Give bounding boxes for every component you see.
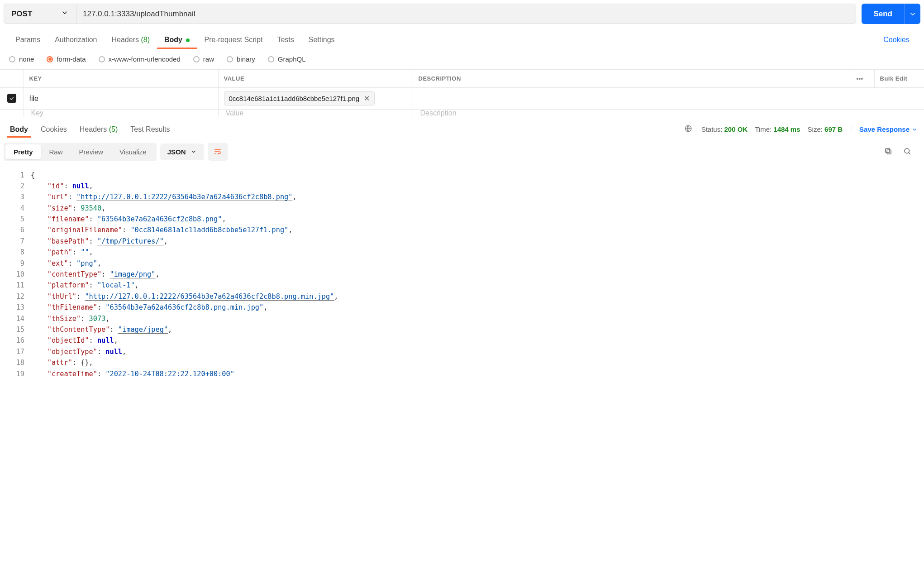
svg-rect-1 bbox=[887, 150, 891, 154]
row-value-input[interactable]: 0cc814e681a1c11add6b8cbbe5e127f1.png ✕ bbox=[218, 88, 413, 110]
radio-icon bbox=[227, 56, 233, 62]
col-value: VALUE bbox=[218, 70, 413, 88]
resp-tab-headers[interactable]: Headers (5) bbox=[73, 122, 124, 137]
more-icon: ••• bbox=[857, 75, 863, 82]
resp-tab-body[interactable]: Body bbox=[4, 122, 34, 137]
view-preview[interactable]: Preview bbox=[71, 144, 111, 159]
gutter: 12345678910111213141516171819 bbox=[0, 167, 31, 382]
tab-body[interactable]: Body bbox=[157, 31, 197, 48]
response-meta: Status: 200 OK Time: 1484 ms Size: 697 B… bbox=[684, 124, 920, 134]
file-chip: 0cc814e681a1c11add6b8cbbe5e127f1.png ✕ bbox=[224, 91, 375, 105]
url-input[interactable] bbox=[76, 4, 856, 24]
tab-tests[interactable]: Tests bbox=[270, 31, 301, 48]
radio-icon bbox=[99, 56, 105, 62]
send-button-group: Send bbox=[862, 4, 920, 24]
row-description-input[interactable] bbox=[413, 88, 851, 110]
chevron-down-icon bbox=[61, 9, 69, 19]
radio-form-data[interactable]: form-data bbox=[47, 55, 86, 63]
radio-none[interactable]: none bbox=[9, 55, 34, 63]
radio-icon bbox=[268, 56, 274, 62]
col-description: DESCRIPTION bbox=[413, 70, 851, 88]
row-checkbox[interactable] bbox=[7, 94, 16, 103]
toolbar-right bbox=[884, 147, 920, 157]
save-response-button[interactable]: Save Response bbox=[852, 125, 918, 133]
view-pretty[interactable]: Pretty bbox=[5, 144, 41, 159]
radio-icon bbox=[193, 56, 200, 62]
method-url-wrap: POST bbox=[4, 4, 856, 24]
globe-icon[interactable] bbox=[684, 124, 692, 134]
view-segmented: Pretty Raw Preview Visualize bbox=[4, 143, 157, 161]
response-toolbar: Pretty Raw Preview Visualize JSON bbox=[0, 137, 924, 167]
radio-icon bbox=[47, 56, 53, 62]
send-button[interactable]: Send bbox=[862, 4, 904, 24]
row-key-input[interactable]: file bbox=[24, 88, 218, 110]
svg-point-3 bbox=[905, 148, 910, 153]
response-tabs: Body Cookies Headers (5) Test Results St… bbox=[0, 117, 924, 137]
form-data-table: KEY VALUE DESCRIPTION ••• Bulk Edit file… bbox=[0, 69, 924, 117]
body-type-selector: none form-data x-www-form-urlencoded raw… bbox=[0, 49, 924, 69]
code-body: { "id": null, "url": "http://127.0.0.1:2… bbox=[31, 167, 924, 382]
bulk-edit-button[interactable]: Bulk Edit bbox=[874, 70, 924, 88]
col-key: KEY bbox=[24, 70, 218, 88]
copy-icon[interactable] bbox=[884, 147, 892, 157]
tab-prerequest[interactable]: Pre-request Script bbox=[197, 31, 270, 48]
view-raw[interactable]: Raw bbox=[41, 144, 71, 159]
response-body[interactable]: 12345678910111213141516171819 { "id": nu… bbox=[0, 167, 924, 382]
method-label: POST bbox=[11, 10, 32, 19]
resp-tab-test-results[interactable]: Test Results bbox=[124, 122, 176, 137]
radio-urlencoded[interactable]: x-www-form-urlencoded bbox=[99, 55, 181, 63]
size: Size: 697 B bbox=[808, 125, 843, 133]
remove-file-icon[interactable]: ✕ bbox=[364, 94, 370, 103]
method-select[interactable]: POST bbox=[4, 4, 76, 24]
send-dropdown[interactable] bbox=[904, 4, 920, 24]
request-tabs: Params Authorization Headers (8) Body Pr… bbox=[0, 28, 924, 49]
radio-binary[interactable]: binary bbox=[227, 55, 255, 63]
file-chip-name: 0cc814e681a1c11add6b8cbbe5e127f1.png bbox=[229, 95, 360, 102]
tab-params[interactable]: Params bbox=[8, 31, 48, 48]
radio-graphql[interactable]: GraphQL bbox=[268, 55, 306, 63]
status: Status: 200 OK bbox=[701, 125, 748, 133]
table-header: KEY VALUE DESCRIPTION ••• Bulk Edit bbox=[0, 70, 924, 88]
resp-headers-count: (5) bbox=[109, 125, 118, 133]
svg-rect-2 bbox=[886, 148, 890, 153]
radio-raw[interactable]: raw bbox=[193, 55, 214, 63]
headers-count: (8) bbox=[141, 36, 150, 43]
format-select[interactable]: JSON bbox=[160, 144, 204, 160]
resp-tab-cookies[interactable]: Cookies bbox=[34, 122, 73, 137]
wrap-lines-button[interactable] bbox=[208, 143, 228, 161]
time: Time: 1484 ms bbox=[755, 125, 800, 133]
tab-headers[interactable]: Headers (8) bbox=[105, 31, 157, 48]
tab-settings[interactable]: Settings bbox=[301, 31, 342, 48]
send-label: Send bbox=[873, 10, 892, 19]
search-icon[interactable] bbox=[903, 147, 911, 157]
request-bar: POST Send bbox=[0, 0, 924, 28]
tab-authorization[interactable]: Authorization bbox=[48, 31, 104, 48]
body-modified-dot-icon bbox=[186, 38, 190, 42]
table-row-placeholder[interactable]: Key Value Description bbox=[0, 110, 924, 117]
col-options[interactable]: ••• bbox=[851, 70, 874, 88]
table-row: file 0cc814e681a1c11add6b8cbbe5e127f1.pn… bbox=[0, 88, 924, 110]
cookies-link[interactable]: Cookies bbox=[881, 31, 912, 48]
view-visualize[interactable]: Visualize bbox=[111, 144, 155, 159]
radio-icon bbox=[9, 56, 15, 62]
